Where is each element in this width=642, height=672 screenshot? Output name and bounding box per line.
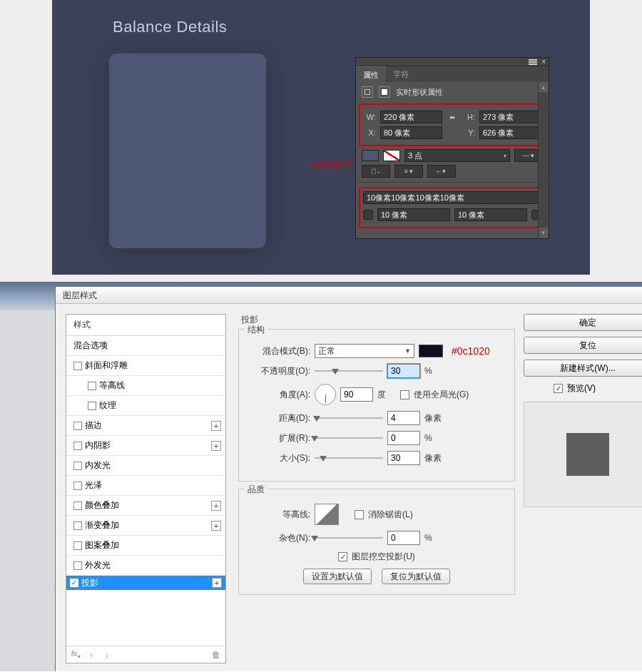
style-add-button[interactable]: + — [211, 521, 221, 531]
style-checkbox[interactable] — [73, 541, 82, 550]
panel-close-icon[interactable]: × — [541, 58, 546, 66]
tab-character[interactable]: 字符 — [386, 66, 416, 82]
properties-panel: × 属性 字符 实时形状属性 W: ⬌ H: — [355, 57, 549, 239]
style-checkbox[interactable] — [73, 482, 82, 490]
stroke-swatch[interactable] — [383, 150, 400, 161]
style-checkbox[interactable] — [73, 442, 82, 450]
style-label: 等高线 — [99, 380, 221, 392]
spread-input[interactable] — [387, 431, 420, 445]
shadow-color-chip[interactable] — [419, 345, 443, 357]
angle-label: 角度(A): — [249, 389, 310, 401]
style-checkbox[interactable] — [73, 462, 82, 470]
radius-b-input[interactable] — [454, 208, 527, 221]
move-down-icon[interactable]: ↓ — [102, 651, 112, 659]
structure-legend: 结构 — [245, 324, 268, 336]
pct-unit-2: % — [424, 433, 443, 443]
style-checkbox[interactable] — [73, 561, 82, 570]
size-slider[interactable] — [315, 453, 383, 463]
pct-unit: % — [424, 366, 443, 376]
style-row-4[interactable]: 描边+ — [66, 416, 225, 436]
scroll-up-icon[interactable]: ▲ — [539, 82, 548, 92]
style-row-5[interactable]: 内阴影+ — [66, 436, 225, 456]
style-row-3[interactable]: 纹理 — [66, 396, 225, 416]
preview-checkbox[interactable]: ✓ — [554, 384, 563, 393]
style-checkbox[interactable] — [88, 382, 96, 390]
panel-menu-icon[interactable] — [529, 59, 537, 65]
style-label: 斜面和浮雕 — [85, 360, 221, 372]
balance-card-shape[interactable] — [109, 54, 266, 248]
opacity-input[interactable] — [387, 364, 420, 378]
style-row-12[interactable]: ✓投影+ — [66, 576, 225, 590]
style-checkbox[interactable] — [73, 362, 82, 370]
distance-label: 距离(D): — [249, 412, 310, 424]
style-preview — [524, 402, 642, 507]
new-style-button[interactable]: 新建样式(W)... — [524, 360, 642, 377]
opacity-label: 不透明度(O): — [249, 365, 310, 377]
link-wh-icon[interactable]: ⬌ — [447, 111, 458, 123]
angle-dial[interactable] — [315, 384, 336, 405]
global-light-checkbox[interactable] — [400, 390, 409, 399]
spread-slider[interactable] — [315, 433, 383, 443]
antialias-checkbox[interactable] — [355, 510, 364, 519]
blend-label: 混合模式(B): — [249, 345, 310, 357]
distance-input[interactable] — [387, 411, 420, 425]
x-input[interactable] — [380, 126, 442, 139]
style-row-0[interactable]: 混合选项 — [66, 336, 225, 356]
panel-scrollbar[interactable]: ▲ ▼ — [538, 82, 548, 238]
reset-default-button[interactable]: 复位为默认值 — [382, 569, 450, 584]
style-row-7[interactable]: 光泽 — [66, 476, 225, 496]
blend-mode-select[interactable]: 正常 ▼ — [315, 344, 414, 358]
distance-slider[interactable] — [315, 413, 383, 423]
h-label: H: — [462, 113, 475, 121]
noise-input[interactable] — [387, 531, 420, 545]
fx-icon[interactable]: fx▾ — [71, 649, 81, 660]
width-input[interactable] — [380, 111, 442, 123]
style-row-2[interactable]: 等高线 — [66, 376, 225, 396]
scroll-down-icon[interactable]: ▼ — [539, 228, 548, 238]
knockout-checkbox[interactable]: ✓ — [338, 552, 347, 561]
style-row-6[interactable]: 内发光 — [66, 456, 225, 476]
fill-swatch[interactable] — [362, 150, 379, 161]
radius-tl-icon[interactable] — [363, 210, 373, 220]
style-label: 描边 — [85, 419, 208, 432]
radii-combined-input[interactable] — [363, 191, 541, 204]
style-checkbox[interactable] — [88, 402, 96, 410]
radius-a-input[interactable] — [377, 208, 450, 221]
set-default-button[interactable]: 设置为默认值 — [303, 569, 372, 584]
y-input[interactable] — [479, 126, 541, 139]
angle-input[interactable] — [340, 387, 373, 402]
opacity-slider[interactable] — [315, 366, 383, 376]
cancel-button[interactable]: 复位 — [524, 337, 642, 354]
style-row-9[interactable]: 渐变叠加+ — [66, 516, 225, 536]
design-canvas: Balance Details #4d5672 × 属性 字符 实时形状属性 — [52, 0, 590, 275]
style-row-11[interactable]: 外发光 — [66, 556, 225, 576]
style-row-1[interactable]: 斜面和浮雕 — [66, 356, 225, 376]
style-add-button[interactable]: + — [211, 421, 221, 431]
cap-select[interactable]: ⎕ ▾ — [362, 165, 390, 178]
tab-properties[interactable]: 属性 — [356, 66, 386, 82]
ok-button[interactable]: 确定 — [524, 314, 642, 331]
style-add-button[interactable]: + — [211, 501, 221, 511]
move-up-icon[interactable]: ↑ — [86, 651, 96, 659]
size-input[interactable] — [387, 451, 420, 465]
style-checkbox[interactable] — [73, 422, 82, 430]
style-label: 外发光 — [85, 559, 221, 571]
align-select[interactable]: ≡ ▾ — [394, 165, 423, 178]
height-input[interactable] — [479, 111, 541, 123]
blend-mode-value: 正常 — [318, 345, 335, 357]
stroke-weight-select[interactable]: 3 点 ▾ — [404, 149, 510, 162]
style-checkbox[interactable] — [73, 502, 82, 510]
caret-down-icon: ▾ — [504, 153, 506, 159]
shape-outline-icon — [362, 86, 373, 98]
style-add-button[interactable]: + — [211, 441, 221, 451]
style-checkbox[interactable] — [73, 521, 82, 530]
style-row-8[interactable]: 颜色叠加+ — [66, 496, 225, 516]
styles-list: 样式 混合选项斜面和浮雕等高线纹理描边+内阴影+内发光光泽颜色叠加+渐变叠加+图… — [66, 314, 226, 663]
style-add-button[interactable]: + — [212, 578, 222, 588]
contour-picker[interactable] — [315, 504, 339, 525]
style-row-10[interactable]: 图案叠加 — [66, 536, 225, 556]
corner-select[interactable]: ⌐ ▾ — [427, 165, 456, 178]
style-checkbox[interactable]: ✓ — [70, 579, 78, 587]
trash-icon[interactable]: 🗑 — [211, 650, 221, 660]
noise-slider[interactable] — [315, 533, 383, 543]
